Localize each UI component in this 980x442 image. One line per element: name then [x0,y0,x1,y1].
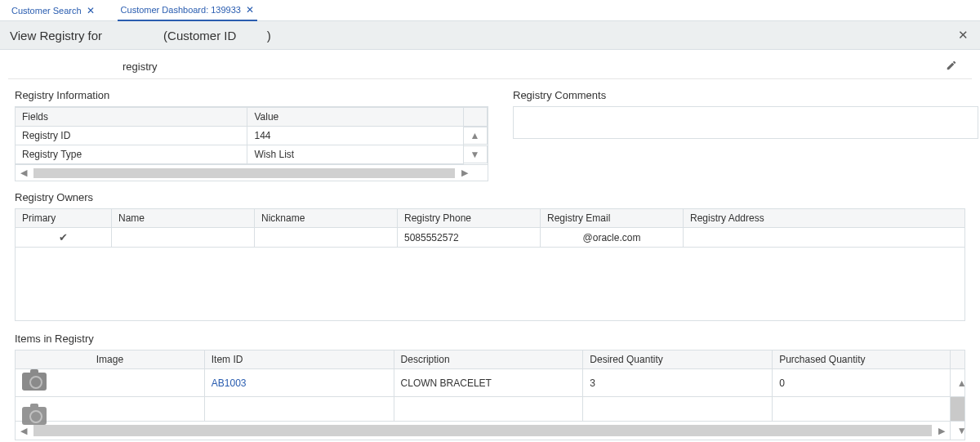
close-icon[interactable]: ✕ [246,5,254,15]
scroll-right-button[interactable]: ▶ [933,426,950,436]
cell-purchased-qty: 0 [773,369,951,397]
subheader: registry [8,50,972,79]
item-id-link[interactable]: AB1003 [212,377,247,389]
scroll-left-button[interactable]: ◀ [16,426,32,436]
cell-item-id: AB1003 [204,369,394,397]
cell-item-id [204,397,394,422]
cell-primary: ✔ [16,228,112,248]
tab-label: Customer Dashboard: 139933 [121,5,241,15]
table-header-row: Primary Name Nickname Registry Phone Reg… [16,209,965,228]
cell-description [394,397,583,422]
tab-bar: Customer Search ✕ Customer Dashboard: 13… [0,0,980,21]
registry-owners-title: Registry Owners [15,191,965,203]
col-item-id: Item ID [204,350,394,369]
header-customer-id-label: (Customer ID [163,29,236,42]
col-image: Image [16,350,205,369]
cell-desired-qty [583,397,773,422]
owners-empty-area [15,248,965,321]
cell-name [112,228,255,248]
check-icon: ✔ [59,231,68,243]
items-section: Items in Registry Image Item ID Descript… [15,333,965,440]
cell-image [16,397,205,422]
scroll-down-button[interactable]: ▼ [950,422,964,440]
close-icon[interactable]: ✕ [87,6,95,16]
camera-icon [22,407,47,425]
cell-address [684,228,965,248]
table-header-row: Fields Value [16,108,488,127]
scroll-track[interactable] [33,425,932,436]
col-spinner [463,108,487,127]
scroll-down-button[interactable]: ▼ [464,145,488,163]
scroll-right-button[interactable]: ▶ [457,167,473,178]
registry-name: registry [122,60,158,73]
camera-icon [22,373,47,391]
items-title: Items in Registry [15,333,965,345]
cell-value: 144 [247,127,463,145]
table-row[interactable] [16,397,965,422]
registry-info-title: Registry Information [15,89,488,101]
header-prefix: View Registry for [10,29,102,42]
table-row: Registry ID 144 ▲ [16,127,488,145]
cell-purchased-qty [773,397,951,422]
table-row[interactable]: ✔ 5085552572 @oracle.com [16,228,965,248]
cell-email: @oracle.com [541,228,684,248]
cell-image [16,369,205,397]
cell-field: Registry ID [16,127,247,145]
col-phone: Registry Phone [398,209,541,228]
scroll-track[interactable] [33,168,455,178]
cell-description: CLOWN BRACELET [394,369,583,397]
registry-info-table: Fields Value Registry ID 144 ▲ Registry … [15,106,488,181]
scroll-left-button[interactable]: ◀ [16,167,32,178]
scroll-up-button[interactable]: ▲ [464,127,488,145]
table-header-row: Image Item ID Description Desired Quanti… [16,350,965,369]
panel-header: View Registry for (Customer ID ) ✕ [0,21,980,50]
cell-field: Registry Type [16,145,247,164]
col-nickname: Nickname [255,209,398,228]
col-primary: Primary [16,209,112,228]
col-desired-qty: Desired Quantity [583,350,773,369]
cell-desired-qty: 3 [583,369,773,397]
scroll-up-button[interactable]: ▲ [950,369,964,397]
cell-nickname [255,228,398,248]
col-description: Description [394,350,583,369]
items-table: Image Item ID Description Desired Quanti… [15,350,965,440]
registry-comments-title: Registry Comments [513,89,978,101]
registry-owners-section: Registry Owners Primary Name Nickname Re… [15,191,965,321]
edit-button[interactable] [946,60,957,74]
col-value: Value [247,108,463,127]
table-row[interactable]: AB1003 CLOWN BRACELET 3 0 ▲ [16,369,965,397]
col-purchased-qty: Purchased Quantity [773,350,951,369]
col-address: Registry Address [684,209,965,228]
header-paren-close: ) [267,29,271,42]
tab-label: Customer Search [11,6,82,16]
registry-comments-box[interactable] [513,106,978,139]
owners-table: Primary Name Nickname Registry Phone Reg… [15,208,965,248]
panel-title: View Registry for (Customer ID ) [10,29,271,42]
cell-value: Wish List [247,145,463,164]
close-icon[interactable]: ✕ [958,28,969,42]
cell-phone: 5085552572 [398,228,541,248]
col-name: Name [112,209,255,228]
col-email: Registry Email [541,209,684,228]
horizontal-scrollbar[interactable]: ◀ ▶ [16,422,950,439]
scroll-thumb[interactable] [950,397,964,422]
col-fields: Fields [16,108,247,127]
table-row: Registry Type Wish List ▼ [16,145,488,164]
pencil-icon [946,60,957,71]
tab-customer-search[interactable]: Customer Search ✕ [8,0,98,20]
tab-customer-dashboard[interactable]: Customer Dashboard: 139933 ✕ [118,1,257,21]
scrollbar-row: ◀ ▶ ▼ [16,422,965,440]
horizontal-scrollbar[interactable]: ◀ ▶ [16,164,488,181]
col-spinner [950,350,964,369]
